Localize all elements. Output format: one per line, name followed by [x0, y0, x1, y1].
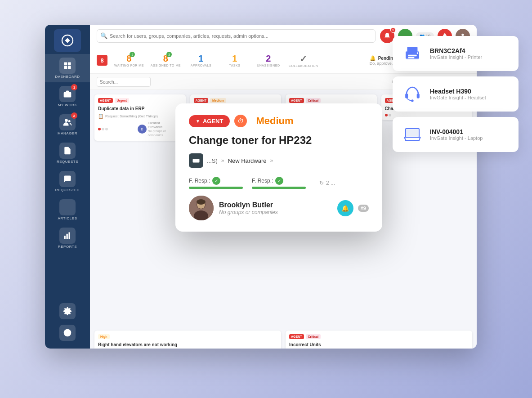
agent-badge-6: AGENT: [289, 334, 304, 339]
reports-icon: [63, 231, 72, 240]
requested-icon-container: [59, 171, 76, 187]
tasks-number: 1: [232, 54, 237, 64]
stat-collaboration[interactable]: ✓ COLLABORATION: [289, 54, 318, 67]
ticket-card-6[interactable]: AGENT Critical Incorrect Units ...nder S…: [286, 331, 472, 349]
dot-3: [105, 128, 108, 130]
asset-subtitle-laptop: InvGate Insight - Laptop: [430, 135, 510, 141]
sidebar-label-reports: REPORTS: [58, 245, 77, 249]
ticket-card-5[interactable]: High Right hand elevators are not workin…: [94, 331, 281, 349]
collab-label: COLLABORATION: [289, 64, 318, 67]
resp-text-2: F. Resp.:: [252, 178, 273, 184]
agent-dropdown[interactable]: ▼ AGENT: [189, 115, 230, 127]
svg-rect-27: [407, 47, 418, 52]
ticket-title-6: Incorrect Units: [289, 342, 469, 348]
user-avatar-large: [189, 196, 214, 220]
priority-badge-6: Critical: [306, 334, 321, 339]
sidebar-item-manager[interactable]: 2 MANAGER: [45, 111, 90, 139]
sidebar-item-mywork[interactable]: 1 MY WORK: [45, 82, 90, 111]
stat-tasks[interactable]: 1 TASKS: [221, 54, 248, 67]
agent-badge-3: AGENT: [289, 98, 304, 103]
unassigned-number: 2: [266, 54, 271, 64]
laptop-icon-container: [402, 124, 423, 145]
notification-section: 🔔 #9: [337, 200, 369, 216]
tasks-label: TASKS: [229, 64, 240, 67]
breadcrumb-arrow-2: »: [270, 157, 273, 164]
settings-icon-container[interactable]: [59, 303, 76, 319]
sidebar-label-mywork: MY WORK: [58, 103, 77, 107]
articles-icon: [63, 203, 72, 212]
resp-check-1: ✓: [212, 177, 220, 185]
sidebar-label-dashboard: DASHBOARD: [55, 75, 80, 79]
svg-rect-29: [408, 55, 416, 57]
notif-badge: 9: [390, 27, 396, 33]
notification-badge[interactable]: 🔔: [337, 200, 353, 216]
dropdown-arrow-icon: ▼: [196, 119, 200, 124]
help-icon: [63, 328, 72, 337]
asset-info-printer: BRN3C2Af4 InvGate Insight - Printer: [430, 47, 510, 60]
svg-rect-4: [68, 66, 71, 69]
manager-icon-container: 2: [59, 114, 76, 130]
breadcrumb-link[interactable]: New Hardware: [228, 157, 267, 164]
svg-point-5: [65, 119, 68, 122]
svg-point-19: [461, 33, 464, 36]
stat-approvals[interactable]: 1 APPROVALS: [188, 54, 215, 67]
stat-waiting-for-me[interactable]: 8 2 WAITING FOR ME: [114, 54, 144, 67]
app-logo[interactable]: [54, 29, 81, 52]
ticket-avatar-1: E: [138, 125, 147, 134]
ticket-header-6: AGENT Critical: [289, 334, 469, 339]
asset-subtitle-printer: InvGate Insight - Printer: [430, 54, 510, 60]
breadcrumb-start: ...S): [207, 157, 218, 164]
ticket-category-1: Request Something (Get Things): [105, 114, 158, 118]
ticket-card-1[interactable]: AGENT Urgent Duplicate data in ERP 📋 Req…: [94, 94, 186, 141]
svg-point-20: [196, 161, 197, 162]
asset-card-laptop[interactable]: INV-004001 InvGate Insight - Laptop: [393, 117, 519, 152]
manager-icon: [63, 118, 72, 127]
resp-row: F. Resp.: ✓ F. Resp.: ✓ ↻ 2 ...: [189, 177, 369, 189]
printer-icon: [402, 44, 422, 63]
resp-text-1: F. Resp.:: [189, 178, 210, 184]
progress-dots-1: [98, 128, 108, 130]
laptop-icon: [402, 125, 422, 144]
asset-card-headset[interactable]: Headset H390 InvGate Insight - Headset: [393, 76, 519, 112]
sidebar-item-requested[interactable]: REQUESTED: [45, 167, 90, 196]
user-company: No groups or companies: [219, 209, 332, 215]
sync-count: 2 ...: [326, 180, 335, 186]
breadcrumb-row: ...S) » New Hardware »: [189, 153, 369, 168]
sidebar-item-reports[interactable]: REPORTS: [45, 224, 90, 252]
dot-2: [102, 128, 104, 130]
help-icon-container[interactable]: [59, 325, 76, 341]
ticket-meta-1: 📋 Request Something (Get Things): [98, 114, 182, 119]
stat-unassigned[interactable]: 2 UNASSIGNED: [255, 54, 282, 67]
sidebar-item-dashboard[interactable]: DASHBOARD: [45, 54, 90, 82]
waiting-label: WAITING FOR ME: [114, 64, 144, 67]
asset-card-printer[interactable]: BRN3C2Af4 InvGate Insight - Printer: [393, 36, 519, 71]
progress-bar-2: [252, 187, 306, 189]
approvals-label: APPROVALS: [191, 64, 211, 67]
asset-info-headset: Headset H390 InvGate Insight - Headset: [430, 88, 510, 100]
progress-dots-4: [385, 114, 391, 116]
resp-label-2: F. Resp.: ✓: [252, 177, 306, 185]
ticket-category-icon-1: 📋: [98, 114, 103, 119]
svg-rect-10: [67, 234, 68, 239]
floating-ticket-title: Change toner for HP232: [189, 134, 369, 147]
filter-search-input[interactable]: [97, 77, 151, 87]
sidebar-item-articles[interactable]: ARTICLES: [45, 196, 90, 224]
sidebar: DASHBOARD 1 MY WORK 2 MANAGER REQUESTS: [45, 25, 90, 349]
svg-rect-30: [408, 57, 414, 58]
mywork-icon-container: 1: [59, 86, 76, 102]
stat-assigned-to-me[interactable]: 8 3 ASSIGNED TO ME: [151, 54, 181, 67]
pending-bell-icon: 🔔: [370, 55, 376, 61]
svg-rect-2: [68, 63, 71, 66]
unassigned-label: UNASSIGNED: [257, 64, 280, 67]
headset-icon-container: [402, 83, 423, 105]
search-icon: 🔍: [100, 32, 107, 39]
sidebar-item-requests[interactable]: REQUESTS: [45, 139, 90, 167]
svg-point-31: [417, 52, 419, 54]
svg-rect-33: [417, 94, 420, 98]
kanban-col-1: AGENT Urgent Duplicate data in ERP 📋 Req…: [94, 94, 186, 326]
bell-icon: [384, 32, 391, 40]
articles-icon-container: [59, 199, 76, 215]
global-search-input[interactable]: [97, 29, 376, 43]
svg-rect-1: [64, 63, 67, 66]
priority-badge-1: Urgent: [115, 98, 130, 103]
